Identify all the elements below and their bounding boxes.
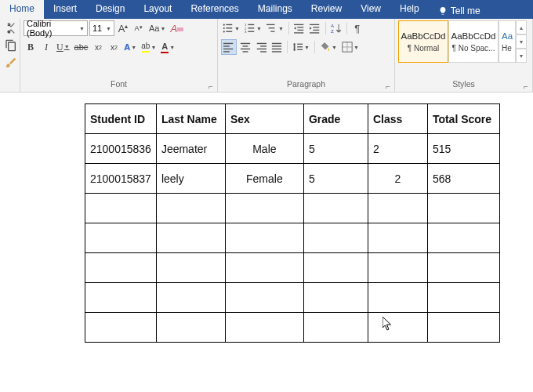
strikethrough-button[interactable]: abc: [73, 39, 90, 55]
table-cell[interactable]: [156, 283, 225, 313]
table-cell[interactable]: [156, 194, 225, 223]
table-cell[interactable]: 2100015836: [85, 134, 157, 164]
tab-home[interactable]: Home: [0, 0, 44, 19]
justify-button[interactable]: [270, 39, 284, 55]
align-right-button[interactable]: [254, 39, 268, 55]
shading-button[interactable]: ▼: [318, 39, 339, 55]
table-header-cell[interactable]: Last Name: [156, 104, 225, 134]
subscript-button[interactable]: x2: [91, 39, 105, 55]
table-cell[interactable]: [156, 313, 225, 343]
table-cell[interactable]: [225, 283, 303, 313]
font-color-button[interactable]: A▼: [159, 39, 176, 55]
table-cell[interactable]: 2100015837: [85, 164, 157, 194]
table-row[interactable]: 2100015836 Jeemater Male 5 2 515: [85, 134, 500, 164]
table-cell[interactable]: [225, 223, 303, 253]
table-cell[interactable]: 2: [368, 134, 427, 164]
table-cell[interactable]: [303, 283, 368, 313]
table-cell[interactable]: [85, 223, 157, 253]
table-row[interactable]: [85, 253, 500, 283]
multilevel-list-button[interactable]: ▼: [265, 20, 285, 36]
table-cell[interactable]: 5: [303, 164, 368, 194]
table-cell[interactable]: [85, 253, 157, 283]
tab-insert[interactable]: Insert: [44, 0, 86, 19]
bold-button[interactable]: B: [24, 39, 38, 55]
table-cell[interactable]: [368, 283, 427, 313]
table-cell[interactable]: 568: [427, 164, 499, 194]
copy-button[interactable]: [3, 38, 19, 53]
table-cell[interactable]: Female: [225, 164, 303, 194]
sort-button[interactable]: AZ: [329, 20, 343, 36]
table-cell[interactable]: [427, 223, 499, 253]
increase-indent-button[interactable]: [308, 20, 322, 36]
styles-dialog-launcher[interactable]: ⌐: [521, 82, 531, 91]
shrink-font-button[interactable]: A▾: [132, 20, 146, 36]
style-heading1[interactable]: Aa He: [499, 20, 516, 63]
numbering-button[interactable]: 123▼: [243, 20, 263, 36]
table-cell[interactable]: Jeemater: [156, 134, 225, 164]
table-header-cell[interactable]: Sex: [225, 104, 303, 134]
change-case-button[interactable]: Aa▼: [147, 20, 167, 36]
table-cell[interactable]: [368, 313, 427, 343]
tab-design[interactable]: Design: [86, 0, 134, 19]
table-cell[interactable]: [303, 313, 368, 343]
tab-layout[interactable]: Layout: [134, 0, 181, 19]
table-header-cell[interactable]: Class: [368, 104, 427, 134]
table-cell[interactable]: [427, 283, 499, 313]
student-table[interactable]: Student ID Last Name Sex Grade Class Tot…: [85, 103, 500, 343]
table-row[interactable]: Student ID Last Name Sex Grade Class Tot…: [85, 104, 500, 134]
table-cell[interactable]: Male: [225, 134, 303, 164]
table-cell[interactable]: [427, 194, 499, 223]
grow-font-button[interactable]: A▴: [116, 20, 130, 36]
table-row[interactable]: 2100015837 leely Female 5 2 568: [85, 164, 500, 194]
tab-references[interactable]: References: [181, 0, 248, 19]
format-painter-button[interactable]: [3, 55, 19, 71]
styles-expand[interactable]: ▾: [516, 49, 527, 63]
table-cell[interactable]: [85, 194, 157, 223]
italic-button[interactable]: I: [39, 39, 53, 55]
align-center-button[interactable]: [238, 39, 252, 55]
table-cell[interactable]: [85, 283, 157, 313]
table-row[interactable]: [85, 283, 500, 313]
style-normal[interactable]: AaBbCcDd ¶ Normal: [398, 20, 448, 63]
paragraph-dialog-launcher[interactable]: ⌐: [383, 82, 393, 91]
table-header-cell[interactable]: Total Score: [427, 104, 499, 134]
document-area[interactable]: Student ID Last Name Sex Grade Class Tot…: [0, 93, 533, 343]
table-cell[interactable]: [303, 194, 368, 223]
table-cell[interactable]: 515: [427, 134, 499, 164]
tab-view[interactable]: View: [351, 0, 390, 19]
style-no-spacing[interactable]: AaBbCcDd ¶ No Spac...: [448, 20, 499, 63]
align-left-button[interactable]: [221, 39, 237, 55]
show-marks-button[interactable]: ¶: [350, 20, 364, 36]
table-row[interactable]: [85, 313, 500, 343]
table-cell[interactable]: [225, 313, 303, 343]
cut-button[interactable]: [3, 20, 19, 36]
table-cell[interactable]: [427, 253, 499, 283]
table-row[interactable]: [85, 194, 500, 223]
decrease-indent-button[interactable]: [292, 20, 306, 36]
table-header-cell[interactable]: Student ID: [85, 104, 157, 134]
table-cell[interactable]: [368, 253, 427, 283]
text-effects-button[interactable]: A▼: [122, 39, 138, 55]
styles-scroll-up[interactable]: ▴: [516, 20, 527, 34]
line-spacing-button[interactable]: ▼: [291, 39, 311, 55]
table-cell[interactable]: 2: [368, 164, 427, 194]
table-cell[interactable]: [427, 313, 499, 343]
table-row[interactable]: [85, 223, 500, 253]
bullets-button[interactable]: ▼: [221, 20, 241, 36]
table-cell[interactable]: 5: [303, 134, 368, 164]
table-cell[interactable]: [303, 223, 368, 253]
table-cell[interactable]: leely: [156, 164, 225, 194]
clear-formatting-button[interactable]: A: [169, 20, 185, 36]
font-dialog-launcher[interactable]: ⌐: [206, 82, 216, 91]
table-cell[interactable]: [303, 253, 368, 283]
font-name-combo[interactable]: Calibri (Body)▼: [24, 20, 88, 36]
table-cell[interactable]: [225, 194, 303, 223]
styles-scroll-down[interactable]: ▾: [516, 34, 527, 49]
table-header-cell[interactable]: Grade: [303, 104, 368, 134]
tab-tellme[interactable]: Tell me: [429, 0, 490, 19]
superscript-button[interactable]: x2: [107, 39, 121, 55]
borders-button[interactable]: ▼: [340, 39, 361, 55]
tab-help[interactable]: Help: [390, 0, 429, 19]
font-size-combo[interactable]: 11▼: [89, 20, 114, 36]
tab-review[interactable]: Review: [302, 0, 351, 19]
